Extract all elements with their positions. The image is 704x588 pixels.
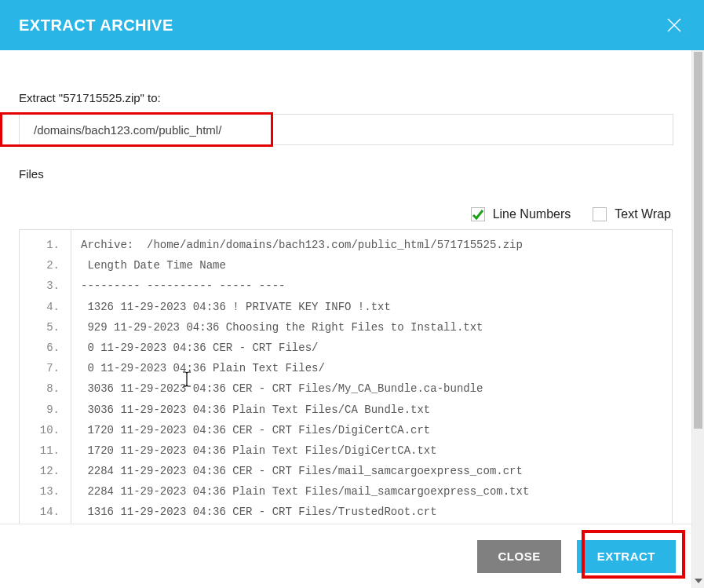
- modal-footer: CLOSE EXTRACT: [0, 524, 691, 588]
- code-line: 2284 11-29-2023 04:36 Plain Text Files/m…: [71, 481, 672, 502]
- extract-to-label: Extract "571715525.zip" to:: [19, 91, 673, 104]
- path-input-row: [19, 114, 673, 145]
- checkbox-box-unchecked: [593, 207, 607, 221]
- scrollbar-thumb[interactable]: [694, 52, 702, 429]
- code-line: 1316 11-29-2023 04:36 CER - CRT Files/Tr…: [71, 502, 672, 522]
- code-line: Length Date Time Name: [71, 255, 672, 276]
- text-wrap-label: Text Wrap: [615, 207, 671, 221]
- line-number: 1.: [20, 235, 71, 255]
- line-number: 8.: [20, 378, 71, 399]
- close-button[interactable]: CLOSE: [477, 540, 560, 573]
- extract-button[interactable]: EXTRACT: [577, 540, 676, 573]
- code-line: 1326 11-29-2023 04:36 ! PRIVATE KEY INFO…: [71, 297, 672, 317]
- line-number: 4.: [20, 297, 71, 317]
- line-number: 14.: [20, 502, 71, 522]
- modal-header: EXTRACT ARCHIVE: [0, 0, 704, 50]
- line-number: 5.: [20, 317, 71, 338]
- scrollbar-arrow-down-icon[interactable]: [692, 575, 704, 586]
- svg-marker-2: [695, 579, 702, 583]
- modal-body-wrap: Extract "571715525.zip" to: Files Line N…: [0, 50, 704, 588]
- file-listing-panel: 1.2.3.4.5.6.7.8.9.10.11.12.13.14.15. Arc…: [19, 229, 673, 526]
- checkbox-row: Line Numbers Text Wrap: [19, 207, 673, 221]
- code-lines[interactable]: Archive: /home/admin/domains/bach123.com…: [71, 230, 672, 525]
- line-number: 7.: [20, 358, 71, 378]
- code-line: 1720 11-29-2023 04:36 Plain Text Files/D…: [71, 440, 672, 461]
- line-number: 10.: [20, 420, 71, 440]
- checkbox-box-checked: [471, 207, 485, 221]
- line-numbers-label: Line Numbers: [493, 207, 571, 221]
- code-line: 929 11-29-2023 04:36 Choosing the Right …: [71, 317, 672, 338]
- line-number-gutter: 1.2.3.4.5.6.7.8.9.10.11.12.13.14.15.: [20, 230, 71, 525]
- extract-path-input[interactable]: [19, 114, 673, 145]
- code-line: 1720 11-29-2023 04:36 CER - CRT Files/Di…: [71, 420, 672, 440]
- text-wrap-checkbox[interactable]: Text Wrap: [593, 207, 671, 221]
- files-label: Files: [19, 167, 673, 181]
- line-number: 12.: [20, 461, 71, 481]
- code-line: 3036 11-29-2023 04:36 CER - CRT Files/My…: [71, 378, 672, 399]
- line-numbers-checkbox[interactable]: Line Numbers: [471, 207, 571, 221]
- code-line: 2284 11-29-2023 04:36 CER - CRT Files/ma…: [71, 461, 672, 481]
- line-number: 9.: [20, 400, 71, 420]
- line-number: 2.: [20, 255, 71, 276]
- line-number: 11.: [20, 440, 71, 461]
- line-number: 13.: [20, 481, 71, 502]
- code-line: --------- ---------- ----- ----: [71, 276, 672, 296]
- code-line: Archive: /home/admin/domains/bach123.com…: [71, 235, 672, 255]
- modal-title: EXTRACT ARCHIVE: [19, 16, 173, 35]
- line-number: 6.: [20, 338, 71, 358]
- line-number: 3.: [20, 276, 71, 296]
- scrollbar-track[interactable]: [691, 50, 704, 588]
- code-line: 3036 11-29-2023 04:36 Plain Text Files/C…: [71, 400, 672, 420]
- modal-body: Extract "571715525.zip" to: Files Line N…: [0, 50, 691, 588]
- close-icon[interactable]: [663, 14, 685, 36]
- code-line: 0 11-29-2023 04:36 Plain Text Files/: [71, 358, 672, 378]
- code-line: 0 11-29-2023 04:36 CER - CRT Files/: [71, 338, 672, 358]
